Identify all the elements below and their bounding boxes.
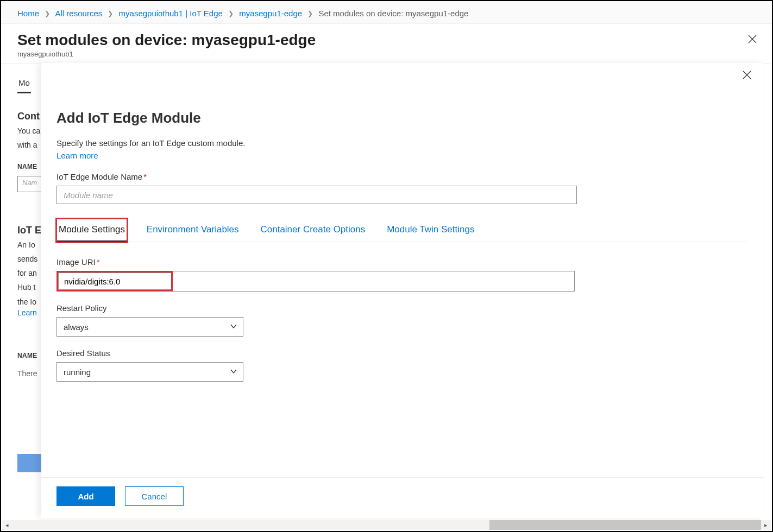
desired-status-select[interactable]: running [56,362,243,382]
blade-footer: Add Cancel [41,477,763,518]
close-icon [743,71,751,79]
page-header: Set modules on device: myasegpu1-edge my… [1,24,772,64]
required-asterisk: * [97,257,100,267]
breadcrumb-home[interactable]: Home [17,9,39,18]
scrollbar-track[interactable] [12,520,761,530]
restart-policy-label: Restart Policy [56,303,748,313]
learn-more-link[interactable]: Learn more [56,151,98,160]
breadcrumb-current: Set modules on device: myasegpu1-edge [318,9,468,18]
restart-policy-select[interactable]: always [56,317,243,337]
tab-environment-variables[interactable]: Environment Variables [144,219,241,242]
desired-status-label: Desired Status [56,349,748,358]
blade-description: Specify the settings for an IoT Edge cus… [56,138,748,148]
image-uri-label: Image URI* [56,257,748,267]
bg-learn-more-link[interactable]: Learn [17,308,37,317]
cancel-button[interactable]: Cancel [125,486,184,506]
blade-title: Add IoT Edge Module [56,110,748,126]
tab-module-twin-settings[interactable]: Module Twin Settings [385,219,476,242]
add-module-blade: Add IoT Edge Module Specify the settings… [41,63,763,518]
breadcrumb-iothub[interactable]: myasegpuiothub1 | IoT Edge [119,9,223,18]
module-name-label: IoT Edge Module Name* [56,172,748,181]
scrollbar-thumb[interactable] [489,520,761,530]
breadcrumb-all-resources[interactable]: All resources [55,9,103,18]
page-title: Set modules on device: myasegpu1-edge [17,31,756,49]
chevron-right-icon: ❯ [307,10,313,17]
breadcrumb: Home ❯ All resources ❯ myasegpuiothub1 |… [1,1,772,24]
close-icon [748,35,757,43]
module-settings-tabs: Module Settings Environment Variables Co… [56,218,748,242]
blade-close-button[interactable] [743,71,751,81]
tab-container-create-options[interactable]: Container Create Options [258,219,367,242]
add-button[interactable]: Add [56,486,115,506]
required-asterisk: * [143,172,147,181]
close-button[interactable] [748,35,757,46]
bg-tab-modules[interactable]: Mo [17,73,31,93]
horizontal-scrollbar[interactable]: ◂ ▸ [2,520,771,530]
tab-module-settings[interactable]: Module Settings [56,219,127,242]
image-uri-input[interactable] [58,273,171,290]
module-name-input[interactable] [56,186,577,204]
chevron-right-icon: ❯ [228,10,234,17]
chevron-right-icon: ❯ [108,10,113,17]
image-uri-highlight [56,271,173,292]
chevron-right-icon: ❯ [45,10,50,17]
image-uri-input-extension[interactable] [173,271,575,292]
breadcrumb-edge-device[interactable]: myasegpu1-edge [239,9,302,18]
page-subtitle: myasegpuiothub1 [17,50,756,58]
scroll-left-arrow-icon[interactable]: ◂ [2,522,12,529]
scroll-right-arrow-icon[interactable]: ▸ [761,522,771,529]
